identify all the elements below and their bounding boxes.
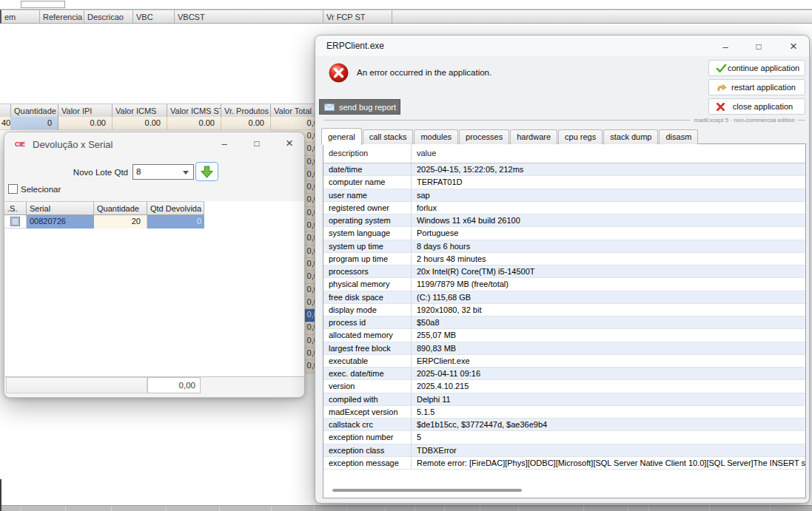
send-bug-report-button[interactable]: send bug report: [319, 99, 400, 115]
info-table-row[interactable]: exception number 5: [323, 431, 805, 444]
tab-call-stacks[interactable]: call stacks: [363, 129, 414, 144]
column-header-description[interactable]: description: [323, 144, 411, 163]
column-header-referencia[interactable]: Referencia: [40, 10, 84, 23]
item-cell[interactable]: 40: [0, 117, 11, 130]
column-header-quantidade[interactable]: Quantidade: [11, 104, 58, 117]
maximize-icon[interactable]: □: [748, 38, 770, 55]
column-header-valor-icms[interactable]: Valor ICMS: [113, 104, 167, 117]
bottom-bar-separator: [480, 506, 480, 511]
column-header-valor-icms-st[interactable]: Valor ICMS ST: [167, 104, 221, 117]
info-table-row[interactable]: madExcept version 5.1.5: [323, 406, 805, 419]
info-table-row[interactable]: computer name TERFAT01D: [323, 176, 805, 189]
info-table-row[interactable]: user name sap: [323, 189, 805, 202]
info-table-row[interactable]: registered owner forlux: [323, 202, 805, 214]
tab-disasm[interactable]: disasm: [659, 129, 698, 144]
column-header-stub[interactable]: [0, 104, 11, 117]
info-table-row[interactable]: processors 20x Intel(R) Core(TM) i5-1450…: [323, 265, 805, 278]
info-value-cell: 5.1.5: [411, 406, 805, 418]
general-info-panel: description value date/time 2025-04-15, …: [323, 143, 806, 498]
column-header-item[interactable]: em: [1, 10, 40, 23]
tab-general[interactable]: general: [321, 128, 362, 145]
novo-lote-combobox[interactable]: 8: [132, 164, 194, 180]
apply-lote-button[interactable]: [195, 162, 218, 181]
column-header-vbcst[interactable]: VBCST: [175, 10, 323, 23]
column-header-qtd-devolvida[interactable]: Qtd Devolvida: [147, 201, 204, 215]
column-header-valor-ipi[interactable]: Valor IPI: [58, 104, 113, 117]
row-checkbox[interactable]: [10, 217, 20, 226]
column-header-s[interactable]: .S.: [4, 201, 27, 215]
info-table-row[interactable]: exec. date/time 2025-04-11 09:16: [323, 368, 805, 380]
serial-cell[interactable]: 00820726: [27, 215, 94, 229]
tab-stack-dump[interactable]: stack dump: [603, 129, 658, 144]
info-table-row[interactable]: physical memory 1199/7879 MB (free/total…: [323, 278, 805, 291]
column-header-vbc[interactable]: VBC: [133, 10, 175, 23]
horizontal-scrollbar-thumb[interactable]: [332, 489, 522, 492]
column-header-quantidade[interactable]: Quantidade: [94, 201, 147, 215]
qtd-devolvida-cell[interactable]: 0: [147, 215, 204, 229]
info-table-row[interactable]: executable ERPClient.exe: [323, 355, 805, 368]
info-table-row[interactable]: largest free block 890,83 MB: [323, 342, 805, 355]
info-table-row[interactable]: free disk space (C:) 115,68 GB: [323, 291, 805, 304]
valor-icms-cell[interactable]: 0.00: [113, 117, 167, 130]
bottom-bar-separator: [65, 506, 66, 511]
vr-produtos-cell[interactable]: 0.00: [221, 117, 271, 130]
info-description-cell: free disk space: [323, 291, 411, 303]
column-header-descricao[interactable]: Descricao: [84, 10, 133, 23]
background-bottom-bar[interactable]: [0, 505, 812, 511]
bottom-bar-separator: [583, 506, 584, 511]
close-application-button[interactable]: close application: [708, 98, 805, 115]
quantidade-cell[interactable]: 20: [94, 215, 147, 229]
tab-cpu-regs[interactable]: cpu regs: [558, 129, 603, 144]
check-icon: [716, 64, 727, 73]
info-table-row[interactable]: compiled with Delphi 11: [323, 393, 805, 406]
items-grid-row[interactable]: 40 0 0.00 0.00 0.00 0.00 0,00: [0, 117, 326, 130]
info-table-row[interactable]: callstack crc $de1b15cc, $3772447d, $ae3…: [323, 419, 805, 431]
chevron-down-icon[interactable]: [183, 171, 189, 175]
bottom-bar-separator: [628, 506, 628, 511]
quantidade-cell[interactable]: 0: [11, 117, 58, 130]
red-x-icon: [716, 102, 725, 112]
minimize-icon[interactable]: –: [213, 135, 235, 152]
footer-panel: [6, 377, 147, 393]
info-table-row[interactable]: date/time 2025-04-15, 15:22:05, 212ms: [323, 163, 805, 176]
info-table-row[interactable]: operating system Windows 11 x64 build 26…: [323, 214, 805, 227]
column-header-serial[interactable]: Serial: [27, 201, 94, 215]
info-table-row[interactable]: display mode 1920x1080, 32 bit: [323, 304, 805, 317]
close-icon[interactable]: ×: [278, 134, 301, 152]
close-icon[interactable]: ×: [782, 37, 805, 55]
selecionar-checkbox[interactable]: [8, 184, 18, 194]
column-header-vr-produtos[interactable]: Vr. Produtos: [221, 104, 271, 117]
info-value-cell: $de1b15cc, $3772447d, $ae36e9b4: [411, 419, 805, 430]
select-cell[interactable]: [4, 215, 27, 229]
info-value-cell: 2025-04-11 09:16: [411, 368, 805, 379]
info-table-row[interactable]: exception class TDBXError: [323, 444, 805, 457]
serial-grid-row[interactable]: 00820726 20 0: [4, 215, 204, 229]
valor-ipi-cell[interactable]: 0.00: [58, 117, 113, 130]
info-value-cell: Windows 11 x64 build 26100: [411, 214, 805, 226]
tab-modules[interactable]: modules: [414, 129, 458, 144]
tab-hardware[interactable]: hardware: [510, 129, 557, 144]
info-table-row[interactable]: version 2025.4.10.215: [323, 380, 805, 393]
info-table-row[interactable]: allocated memory 255,07 MB: [323, 329, 805, 342]
column-header-value[interactable]: value: [411, 144, 805, 163]
bottom-bar-separator: [21, 506, 21, 511]
info-table-row[interactable]: program up time 2 hours 48 minutes: [323, 253, 805, 265]
info-table-row[interactable]: system up time 8 days 6 hours: [323, 240, 805, 253]
tab-processes[interactable]: processes: [459, 129, 509, 144]
continue-application-button[interactable]: continue application: [708, 60, 805, 76]
bottom-bar-separator: [709, 506, 710, 511]
items-grid-header: Quantidade Valor IPI Valor ICMS Valor IC…: [0, 104, 326, 118]
valor-icms-st-cell[interactable]: 0.00: [167, 117, 221, 130]
minimize-icon[interactable]: –: [714, 38, 736, 55]
column-header-vr-fcp-st[interactable]: Vr FCP ST: [323, 10, 392, 23]
info-value-cell: 2025.4.10.215: [411, 380, 805, 392]
info-value-cell: (C:) 115,68 GB: [411, 291, 805, 303]
restart-application-button[interactable]: restart application: [708, 79, 805, 95]
info-table-row[interactable]: exception message Remote error: [FireDAC…: [323, 457, 805, 470]
info-description-cell: largest free block: [323, 342, 411, 354]
info-description-cell: date/time: [323, 163, 411, 175]
background-top-row: [0, 0, 812, 10]
maximize-icon[interactable]: □: [246, 135, 268, 152]
info-table-row[interactable]: process id $50a8: [323, 317, 805, 329]
info-table-row[interactable]: system language Portuguese: [323, 227, 805, 240]
